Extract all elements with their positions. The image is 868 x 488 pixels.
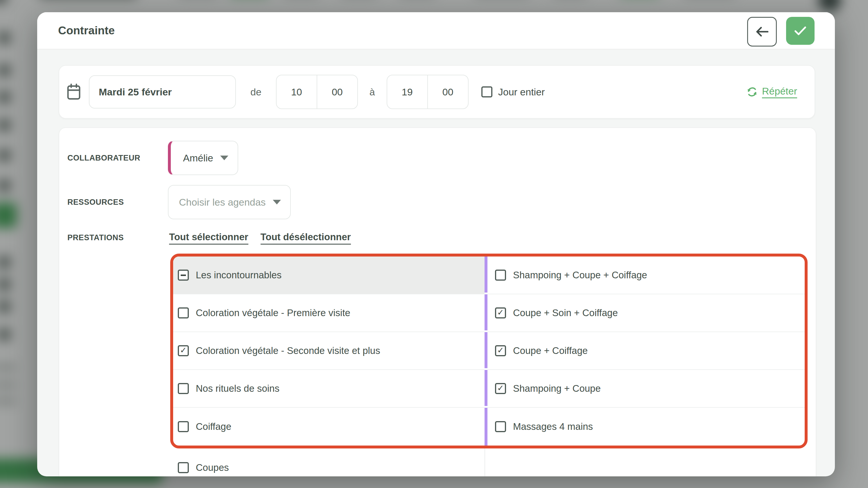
from-label: de	[250, 86, 261, 98]
service-row[interactable]: Massages 4 mains	[488, 408, 805, 446]
end-hour-input[interactable]: 19	[387, 75, 428, 109]
service-label: Coupes	[196, 462, 229, 473]
service-label: Nos rituels de soins	[196, 383, 279, 394]
service-row[interactable]: Shampoing + Coupe + Coiffage	[488, 257, 805, 294]
service-row[interactable]: Coupe + Coiffage	[488, 332, 805, 370]
service-checkbox-unchecked[interactable]	[178, 462, 189, 473]
bulk-select-links: Tout sélectionner Tout désélectionner	[169, 231, 351, 245]
start-hour-input[interactable]: 10	[277, 75, 317, 109]
services-list-overflow: Coupes	[170, 449, 808, 477]
end-minute-input[interactable]: 00	[428, 75, 468, 109]
constraint-modal: Contrainte Mardi 25 février de 10 00	[37, 12, 835, 477]
check-icon	[794, 26, 806, 35]
services-list: Les incontournablesShampoing + Coupe + C…	[170, 254, 808, 449]
confirm-button[interactable]	[786, 17, 814, 45]
services-label: PRESTATIONS	[67, 233, 163, 242]
service-checkbox-unchecked[interactable]	[178, 383, 189, 394]
service-row[interactable]: Coloration végétale - Seconde visite et …	[173, 332, 485, 370]
collaborator-dropdown[interactable]: Amélie	[168, 141, 238, 175]
service-checkbox-checked[interactable]	[495, 307, 506, 318]
datetime-card: Mardi 25 février de 10 00 à 19 00 Jour e…	[59, 65, 815, 119]
service-label: Massages 4 mains	[513, 421, 593, 432]
service-label: Coupe + Soin + Coiffage	[513, 307, 618, 318]
service-row[interactable]: Les incontournables	[173, 257, 485, 294]
service-label: Coloration végétale - Première visite	[196, 307, 350, 318]
to-label: à	[370, 86, 375, 98]
service-row[interactable]: Nos rituels de soins	[173, 370, 485, 408]
service-checkbox-unchecked[interactable]	[495, 269, 506, 281]
service-checkbox-unchecked[interactable]	[178, 307, 189, 318]
repeat-label: Répéter	[762, 86, 797, 98]
end-time-group: 19 00	[386, 75, 469, 109]
service-label: Shampoing + Coupe + Coiffage	[513, 269, 647, 281]
column-divider	[485, 408, 488, 446]
start-minute-input[interactable]: 00	[317, 75, 357, 109]
column-divider	[485, 294, 488, 331]
service-checkbox-checked[interactable]	[495, 345, 506, 356]
service-checkbox-checked[interactable]	[495, 383, 506, 394]
calendar-icon	[67, 83, 81, 101]
service-row[interactable]: Shampoing + Coupe	[488, 370, 805, 408]
service-checkbox-indeterminate[interactable]	[178, 269, 189, 281]
screen: Contrainte Mardi 25 février de 10 00	[0, 0, 868, 488]
date-input[interactable]: Mardi 25 février	[89, 75, 236, 109]
modal-header: Contrainte	[37, 12, 835, 50]
sync-arrows-icon	[747, 87, 757, 97]
service-row[interactable]: Coiffage	[173, 408, 485, 446]
form-card: COLLABORATEUR Amélie RESSOURCES Choisir …	[59, 127, 816, 477]
service-label: Coupe + Coiffage	[513, 345, 588, 356]
service-label: Coloration végétale - Seconde visite et …	[196, 345, 380, 356]
resources-dropdown[interactable]: Choisir les agendas	[168, 185, 291, 219]
back-button[interactable]	[747, 17, 777, 47]
all-day-checkbox[interactable]	[482, 86, 492, 97]
service-checkbox-checked[interactable]	[178, 345, 189, 356]
start-time-group: 10 00	[276, 75, 358, 109]
chevron-down-icon	[220, 155, 228, 160]
service-label: Coiffage	[196, 421, 231, 432]
arrow-left-icon	[755, 26, 768, 37]
service-row[interactable]: Coupe + Soin + Coiffage	[488, 294, 805, 332]
service-checkbox-unchecked[interactable]	[495, 421, 506, 432]
service-row[interactable]: Coupes	[170, 449, 485, 477]
collaborator-label: COLLABORATEUR	[67, 153, 163, 163]
column-divider	[485, 257, 488, 293]
resources-label: RESSOURCES	[67, 198, 163, 207]
collaborator-value: Amélie	[183, 152, 213, 164]
deselect-all-link[interactable]: Tout désélectionner	[260, 231, 351, 245]
chevron-down-icon	[273, 200, 281, 204]
column-divider	[485, 332, 488, 368]
all-day-label: Jour entier	[498, 86, 545, 98]
service-label: Shampoing + Coupe	[513, 383, 601, 394]
modal-title: Contrainte	[37, 24, 115, 37]
resources-placeholder: Choisir les agendas	[179, 197, 266, 208]
service-checkbox-unchecked[interactable]	[178, 421, 189, 432]
service-row[interactable]: Coloration végétale - Première visite	[173, 294, 485, 332]
repeat-link[interactable]: Répéter	[747, 86, 797, 98]
service-label: Les incontournables	[196, 269, 281, 281]
empty-cell	[485, 449, 808, 477]
select-all-link[interactable]: Tout sélectionner	[169, 231, 248, 245]
all-day-toggle[interactable]: Jour entier	[482, 86, 545, 98]
column-divider	[485, 370, 488, 406]
